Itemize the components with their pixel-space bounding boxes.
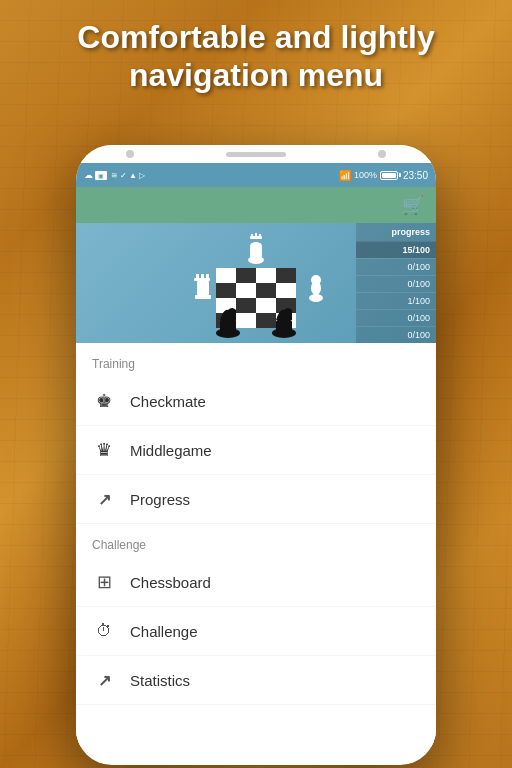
svg-rect-7 <box>256 283 276 298</box>
status-icons-left: ☁ ▣ ≋ ✓ ▲ ▷ <box>84 170 339 180</box>
svg-rect-14 <box>236 313 256 328</box>
svg-rect-15 <box>256 313 276 328</box>
battery-percent: 100% <box>354 170 377 180</box>
chessboard-grid-icon <box>92 570 116 594</box>
chessboard-label: Chessboard <box>130 574 211 591</box>
app-header: 🛒 <box>76 187 436 223</box>
svg-rect-3 <box>256 268 276 283</box>
svg-rect-6 <box>236 283 256 298</box>
progress-item-5: 0/100 <box>356 326 436 343</box>
menu-item-statistics[interactable]: Statistics <box>76 656 436 705</box>
menu-item-middlegame[interactable]: Middlegame <box>76 426 436 475</box>
svg-rect-34 <box>220 320 236 334</box>
svg-rect-36 <box>276 320 292 334</box>
svg-rect-8 <box>276 283 296 298</box>
middlegame-label: Middlegame <box>130 442 212 459</box>
svg-rect-1 <box>216 268 236 283</box>
svg-rect-26 <box>201 274 204 279</box>
checkmate-label: Checkmate <box>130 393 206 410</box>
progress-label: Progress <box>130 491 190 508</box>
svg-point-32 <box>309 294 323 302</box>
phone-top-bar <box>76 145 436 163</box>
svg-rect-25 <box>196 274 199 279</box>
section-challenge-label: Challenge <box>76 524 436 558</box>
progress-item-6: 0/100 <box>356 343 436 360</box>
svg-rect-20 <box>259 234 261 238</box>
progress-panel-title: progress <box>356 223 436 241</box>
svg-rect-18 <box>255 233 257 239</box>
svg-rect-5 <box>216 283 236 298</box>
svg-point-23 <box>248 256 264 264</box>
progress-trend-icon <box>92 487 116 511</box>
phone-frame: ☁ ▣ ≋ ✓ ▲ ▷ 📶 100% 23:50 🛒 <box>76 145 436 765</box>
svg-rect-28 <box>197 281 209 295</box>
app-screen: 🛒 <box>76 187 436 747</box>
progress-item-0: 15/100 <box>356 241 436 258</box>
phone-camera-left <box>126 150 134 158</box>
chess-banner: progress 15/100 0/100 0/100 1/100 0/100 … <box>76 223 436 343</box>
progress-item-1: 0/100 <box>356 258 436 275</box>
progress-panel: progress 15/100 0/100 0/100 1/100 0/100 … <box>356 223 436 343</box>
svg-rect-27 <box>206 274 209 279</box>
menu-item-progress[interactable]: Progress <box>76 475 436 524</box>
progress-item-3: 1/100 <box>356 292 436 309</box>
menu-item-challenge[interactable]: Challenge <box>76 607 436 656</box>
svg-point-31 <box>311 281 321 295</box>
cart-icon[interactable]: 🛒 <box>402 194 424 216</box>
chess-art-svg <box>156 228 356 338</box>
promo-title-line1: Comfortable and lightly <box>0 18 512 56</box>
challenge-label: Challenge <box>130 623 198 640</box>
phone-speaker <box>226 152 286 157</box>
battery-icon <box>380 171 398 180</box>
menu-item-checkmate[interactable]: Checkmate <box>76 377 436 426</box>
menu-area: Training Checkmate Middlegame Progress C… <box>76 343 436 747</box>
svg-rect-10 <box>236 298 256 313</box>
image-status-icon: ▣ <box>95 171 107 180</box>
svg-rect-29 <box>195 295 211 299</box>
app-promo-header: Comfortable and lightly navigation menu <box>0 18 512 95</box>
status-bar: ☁ ▣ ≋ ✓ ▲ ▷ 📶 100% 23:50 <box>76 163 436 187</box>
menu-item-chessboard[interactable]: Chessboard <box>76 558 436 607</box>
promo-title-line2: navigation menu <box>0 56 512 94</box>
statistics-stats-icon <box>92 668 116 692</box>
statistics-label: Statistics <box>130 672 190 689</box>
svg-rect-11 <box>256 298 276 313</box>
middlegame-queen-icon <box>92 438 116 462</box>
svg-rect-4 <box>276 268 296 283</box>
status-icons-right: 📶 100% 23:50 <box>339 170 428 181</box>
wifi-icon: 📶 <box>339 170 351 181</box>
challenge-timer-icon <box>92 619 116 643</box>
phone-camera-right <box>378 150 386 158</box>
status-time: 23:50 <box>403 170 428 181</box>
svg-rect-19 <box>251 234 253 238</box>
svg-rect-2 <box>236 268 256 283</box>
checkmate-king-icon <box>92 389 116 413</box>
progress-item-2: 0/100 <box>356 275 436 292</box>
progress-item-4: 0/100 <box>356 309 436 326</box>
